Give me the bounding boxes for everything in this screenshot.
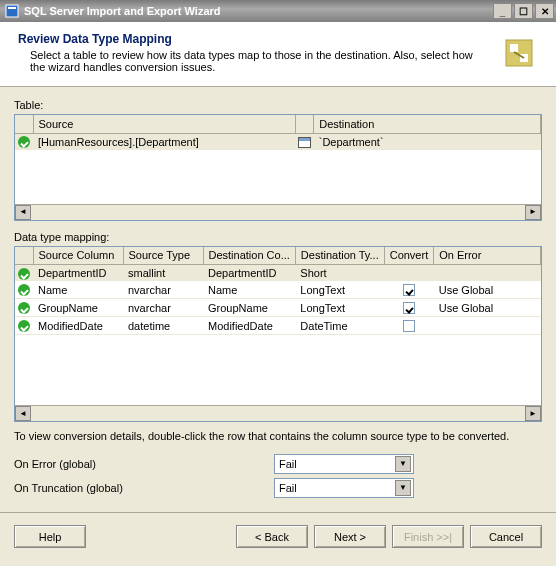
page-subtext: Select a table to review how its data ty… bbox=[18, 49, 490, 73]
col-dest-column[interactable]: Destination Co... bbox=[203, 247, 295, 265]
cell-source-column: Name bbox=[33, 281, 123, 299]
horizontal-scrollbar[interactable]: ◄ ► bbox=[15, 405, 541, 421]
cell-dest-type: DateTime bbox=[295, 317, 384, 335]
cell-on-error: Use Global bbox=[434, 299, 541, 317]
svg-rect-0 bbox=[6, 5, 18, 17]
next-button[interactable]: Next > bbox=[314, 525, 386, 548]
table-row[interactable]: [HumanResources].[Department] `Departmen… bbox=[15, 133, 541, 150]
finish-button[interactable]: Finish >>| bbox=[392, 525, 464, 548]
col-source-type[interactable]: Source Type bbox=[123, 247, 203, 265]
chevron-down-icon[interactable]: ▼ bbox=[395, 480, 411, 496]
convert-checkbox[interactable] bbox=[403, 302, 415, 314]
on-error-global-value: Fail bbox=[279, 458, 395, 470]
cell-source-type: nvarchar bbox=[123, 299, 203, 317]
convert-checkbox[interactable] bbox=[403, 284, 415, 296]
cell-convert[interactable] bbox=[384, 299, 434, 317]
wizard-icon bbox=[498, 32, 542, 76]
maximize-button[interactable]: ☐ bbox=[514, 3, 533, 19]
app-icon bbox=[4, 3, 20, 19]
on-truncation-global-select[interactable]: Fail ▼ bbox=[274, 478, 414, 498]
mapping-section-label: Data type mapping: bbox=[14, 231, 542, 243]
col-source-column[interactable]: Source Column bbox=[33, 247, 123, 265]
button-row: Help < Back Next > Finish >>| Cancel bbox=[0, 512, 556, 560]
cell-source-type: nvarchar bbox=[123, 281, 203, 299]
table-icon bbox=[298, 137, 311, 148]
check-icon bbox=[18, 284, 30, 296]
scroll-left-icon[interactable]: ◄ bbox=[15, 406, 31, 421]
col-convert[interactable]: Convert bbox=[384, 247, 434, 265]
scroll-right-icon[interactable]: ► bbox=[525, 205, 541, 220]
svg-rect-2 bbox=[506, 40, 532, 66]
table-row[interactable]: ModifiedDatedatetimeModifiedDateDateTime bbox=[15, 317, 541, 335]
cell-convert[interactable] bbox=[384, 317, 434, 335]
convert-checkbox[interactable] bbox=[403, 320, 415, 332]
wizard-header: Review Data Type Mapping Select a table … bbox=[0, 22, 556, 87]
cell-on-error bbox=[434, 317, 541, 335]
table-destination-cell: `Department` bbox=[314, 133, 541, 150]
cell-dest-column: Name bbox=[203, 281, 295, 299]
destination-header[interactable]: Destination bbox=[314, 115, 541, 133]
window-title: SQL Server Import and Export Wizard bbox=[24, 5, 221, 17]
mapping-grid[interactable]: Source Column Source Type Destination Co… bbox=[14, 246, 542, 423]
cell-dest-column: ModifiedDate bbox=[203, 317, 295, 335]
back-button[interactable]: < Back bbox=[236, 525, 308, 548]
cell-dest-column: GroupName bbox=[203, 299, 295, 317]
cell-convert[interactable] bbox=[384, 281, 434, 299]
cell-source-column: DepartmentID bbox=[33, 265, 123, 282]
cell-convert[interactable] bbox=[384, 265, 434, 282]
title-bar: SQL Server Import and Export Wizard _ ☐ … bbox=[0, 0, 556, 22]
col-on-error[interactable]: On Error bbox=[434, 247, 541, 265]
svg-rect-3 bbox=[510, 44, 518, 52]
chevron-down-icon[interactable]: ▼ bbox=[395, 456, 411, 472]
table-grid[interactable]: Source Destination [HumanResources].[Dep… bbox=[14, 114, 542, 221]
on-error-global-label: On Error (global) bbox=[14, 458, 274, 470]
scroll-right-icon[interactable]: ► bbox=[525, 406, 541, 421]
table-row[interactable]: GroupNamenvarcharGroupNameLongTextUse Gl… bbox=[15, 299, 541, 317]
table-row[interactable]: DepartmentIDsmallintDepartmentIDShort bbox=[15, 265, 541, 282]
close-button[interactable]: ✕ bbox=[535, 3, 554, 19]
table-source-cell: [HumanResources].[Department] bbox=[33, 133, 296, 150]
help-button[interactable]: Help bbox=[14, 525, 86, 548]
cell-dest-column: DepartmentID bbox=[203, 265, 295, 282]
col-dest-type[interactable]: Destination Ty... bbox=[295, 247, 384, 265]
page-title: Review Data Type Mapping bbox=[18, 32, 490, 46]
cell-on-error bbox=[434, 265, 541, 282]
cell-source-type: datetime bbox=[123, 317, 203, 335]
cancel-button[interactable]: Cancel bbox=[470, 525, 542, 548]
cell-dest-type: LongText bbox=[295, 281, 384, 299]
check-icon bbox=[18, 302, 30, 314]
cell-dest-type: LongText bbox=[295, 299, 384, 317]
scroll-left-icon[interactable]: ◄ bbox=[15, 205, 31, 220]
on-truncation-global-value: Fail bbox=[279, 482, 395, 494]
cell-dest-type: Short bbox=[295, 265, 384, 282]
check-icon bbox=[18, 268, 30, 280]
check-icon bbox=[18, 136, 30, 148]
minimize-button[interactable]: _ bbox=[493, 3, 512, 19]
table-section-label: Table: bbox=[14, 99, 542, 111]
on-truncation-global-label: On Truncation (global) bbox=[14, 482, 274, 494]
cell-source-column: GroupName bbox=[33, 299, 123, 317]
svg-rect-1 bbox=[8, 7, 16, 9]
conversion-hint: To view conversion details, double-click… bbox=[14, 430, 542, 442]
cell-on-error: Use Global bbox=[434, 281, 541, 299]
check-icon bbox=[18, 320, 30, 332]
cell-source-column: ModifiedDate bbox=[33, 317, 123, 335]
horizontal-scrollbar[interactable]: ◄ ► bbox=[15, 204, 541, 220]
on-error-global-select[interactable]: Fail ▼ bbox=[274, 454, 414, 474]
cell-source-type: smallint bbox=[123, 265, 203, 282]
table-row[interactable]: NamenvarcharNameLongTextUse Global bbox=[15, 281, 541, 299]
source-header[interactable]: Source bbox=[33, 115, 296, 133]
